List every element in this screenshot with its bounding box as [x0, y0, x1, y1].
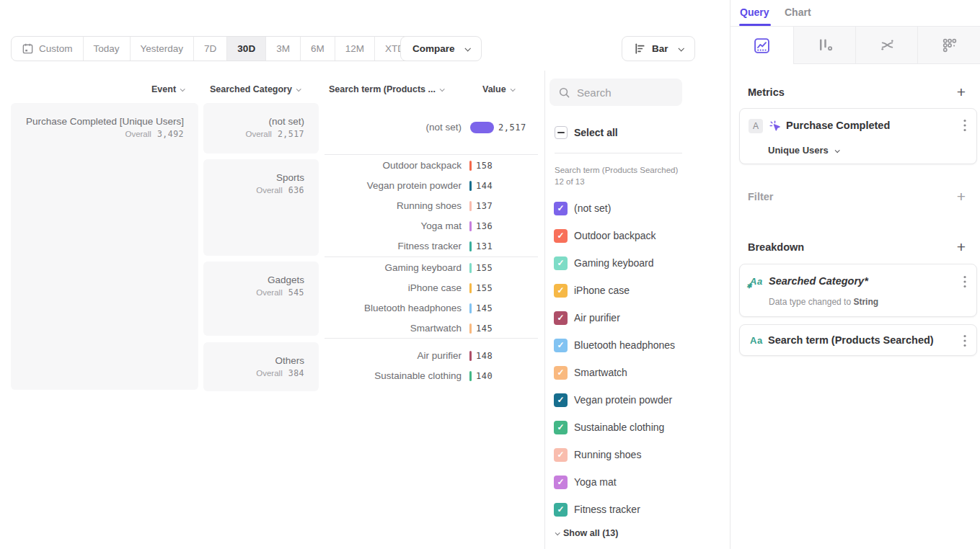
event-cell: Purchase Completed [Unique Users] Overal…: [11, 103, 198, 390]
chart-type-dropdown[interactable]: Bar: [622, 36, 695, 61]
checkbox-checked-icon[interactable]: [554, 503, 568, 517]
legend-item-label: Gaming keyboard: [574, 257, 654, 269]
search-term: Outdoor backpack: [325, 160, 462, 171]
aa-glyph: Aa: [750, 335, 763, 346]
table-row: Bluetooth headphones 145: [325, 298, 541, 318]
series-badge: A: [749, 119, 763, 133]
category-cell: Sports Overall636: [203, 159, 319, 256]
legend-item[interactable]: iPhone case: [554, 283, 630, 298]
list-divider: [555, 153, 682, 153]
measurement-label: Unique Users: [768, 145, 829, 156]
metric-card[interactable]: A Purchase Completed Unique Users: [739, 108, 977, 164]
value-label: 144: [476, 181, 493, 191]
tab-retention[interactable]: [917, 27, 980, 64]
legend-item[interactable]: Bluetooth headphones: [554, 338, 675, 352]
calendar-icon: [22, 43, 34, 55]
breakdown-card[interactable]: Aa ✱ Searched Category* Data type change…: [739, 264, 977, 317]
date-range-3m[interactable]: 3M: [266, 37, 301, 61]
row-separator: [325, 256, 538, 257]
search-term: Bluetooth headphones: [325, 303, 462, 313]
chevron-down-icon: [464, 45, 470, 51]
legend-item[interactable]: Vegan protein powder: [554, 393, 672, 407]
column-header-category[interactable]: Searched Category: [210, 84, 300, 94]
kebab-menu-icon[interactable]: [963, 275, 966, 288]
select-all[interactable]: Select all: [555, 126, 618, 139]
checkbox-checked-icon[interactable]: [554, 421, 568, 434]
show-all-link[interactable]: Show all (13): [555, 528, 618, 538]
add-metric-button[interactable]: +: [953, 84, 969, 100]
category-cell: (not set) Overall2,517: [203, 103, 319, 153]
search-input[interactable]: [577, 86, 671, 99]
legend-item[interactable]: Yoga mat: [554, 475, 617, 489]
checkbox-checked-icon[interactable]: [554, 476, 568, 489]
value-bar: [469, 201, 472, 211]
checkbox-checked-icon[interactable]: [554, 311, 568, 325]
value-bar: [469, 303, 472, 313]
kebab-menu-icon[interactable]: [963, 119, 966, 132]
date-range-6m[interactable]: 6M: [301, 37, 335, 61]
column-header-value[interactable]: Value: [482, 84, 514, 94]
category-overall: Overall545: [203, 287, 319, 298]
tab-query[interactable]: Query: [740, 6, 769, 18]
show-all-label: Show all (13): [563, 528, 618, 538]
table-row: Smartwatch 145: [325, 318, 541, 339]
value-label: 155: [476, 263, 493, 273]
metric-name: Purchase Completed: [786, 120, 890, 131]
date-range-today[interactable]: Today: [84, 37, 131, 61]
checkbox-checked-icon[interactable]: [554, 202, 568, 215]
tab-chart[interactable]: Chart: [785, 6, 811, 18]
add-filter-button[interactable]: +: [953, 189, 969, 205]
checkbox-checked-icon[interactable]: [554, 284, 568, 298]
table-row: Fitness tracker 131: [325, 236, 541, 256]
value-bar: [469, 161, 472, 171]
modified-asterisk-icon: ✱: [746, 282, 752, 290]
legend-item[interactable]: Sustainable clothing: [554, 420, 664, 434]
measurement-dropdown[interactable]: Unique Users: [768, 145, 839, 156]
checkbox-checked-icon[interactable]: [554, 448, 568, 462]
value-label: 136: [476, 221, 493, 231]
select-all-label: Select all: [574, 127, 618, 138]
date-range-7d[interactable]: 7D: [194, 37, 227, 61]
breakdown-card[interactable]: Aa Search term (Products Searched): [739, 324, 977, 356]
column-header-term[interactable]: Search term (Products ...: [329, 84, 443, 94]
value-label: 145: [476, 303, 493, 313]
value-label: 140: [476, 371, 493, 381]
compare-button[interactable]: Compare: [400, 36, 482, 61]
event-icon: [769, 120, 782, 133]
app-window: Custom Today Yesterday 7D 30D 3M 6M 12M …: [0, 0, 980, 549]
chevron-down-icon: [510, 86, 515, 92]
date-range-yesterday[interactable]: Yesterday: [131, 37, 195, 61]
checkbox-checked-icon[interactable]: [554, 339, 568, 352]
checkbox-checked-icon[interactable]: [554, 256, 568, 270]
value-label: 155: [476, 283, 493, 293]
tab-insights[interactable]: [730, 27, 793, 64]
legend-item[interactable]: (not set): [554, 201, 611, 215]
search-term: Running shoes: [325, 200, 462, 211]
chevron-down-icon: [835, 148, 840, 153]
property-type-icon: Aa: [750, 335, 763, 346]
checkbox-checked-icon[interactable]: [554, 393, 568, 407]
checkbox-checked-icon[interactable]: [554, 229, 568, 243]
legend-item[interactable]: Smartwatch: [554, 365, 627, 380]
column-header-event[interactable]: Event: [151, 84, 184, 94]
legend-item[interactable]: Gaming keyboard: [554, 256, 654, 270]
kebab-menu-icon[interactable]: [963, 334, 966, 347]
indeterminate-checkbox[interactable]: [555, 126, 568, 139]
add-breakdown-button[interactable]: +: [953, 239, 969, 255]
legend-item-label: Outdoor backpack: [574, 230, 656, 241]
tab-funnels[interactable]: [793, 27, 856, 64]
header-label: Searched Category: [210, 84, 292, 94]
legend-item[interactable]: Running shoes: [554, 447, 641, 462]
legend-item[interactable]: Fitness tracker: [554, 502, 640, 517]
legend-item[interactable]: Outdoor backpack: [554, 228, 656, 243]
date-range-30d[interactable]: 30D: [227, 37, 266, 61]
search-term: iPhone case: [325, 282, 462, 293]
checkbox-checked-icon[interactable]: [554, 366, 568, 380]
legend-item[interactable]: Air purifier: [554, 311, 620, 325]
breakdown-title: Breakdown: [748, 241, 804, 253]
chart-type-label: Bar: [652, 43, 668, 54]
table-row: Gaming keyboard 155: [325, 258, 541, 278]
tab-flows[interactable]: [855, 27, 918, 64]
date-range-custom[interactable]: Custom: [12, 37, 84, 61]
date-range-12m[interactable]: 12M: [335, 37, 375, 61]
